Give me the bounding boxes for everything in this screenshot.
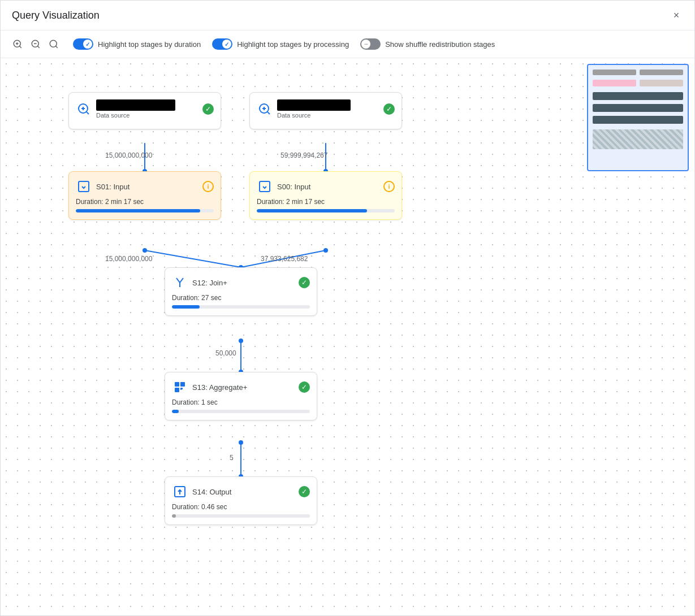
s14-header: S14: Output ✓ bbox=[172, 484, 310, 500]
datasource-left-icon bbox=[76, 101, 92, 117]
datasource-right-redacted bbox=[277, 99, 351, 111]
minimap-bar3 bbox=[593, 116, 683, 124]
svg-rect-37 bbox=[175, 388, 179, 392]
toggle-shuffle-minus-icon: − bbox=[364, 40, 368, 48]
count-s13: 5 bbox=[230, 454, 234, 462]
toggle-shuffle-knob: − bbox=[361, 40, 370, 49]
zoom-controls bbox=[10, 36, 62, 52]
minimap[interactable] bbox=[587, 64, 689, 171]
s12-duration: Duration: 27 sec bbox=[172, 294, 310, 302]
s14-progress-bar bbox=[172, 514, 176, 518]
count-ds-left: 15,000,000,000 bbox=[105, 151, 152, 159]
s01-duration: Duration: 2 min 17 sec bbox=[76, 198, 214, 206]
query-visualization-window: Query Visualization × bbox=[0, 0, 695, 616]
s12-node[interactable]: S12: Join+ ✓ Duration: 27 sec bbox=[165, 267, 317, 316]
s13-title: S13: Aggregate+ bbox=[192, 383, 294, 392]
datasource-right-type: Data source bbox=[277, 112, 379, 119]
s13-agg-icon bbox=[172, 379, 188, 395]
s14-progress-container bbox=[172, 514, 310, 518]
toggle-duration-label: Highlight top stages by duration bbox=[98, 40, 201, 49]
svg-line-29 bbox=[267, 112, 270, 114]
svg-point-20 bbox=[239, 339, 243, 343]
minimap-bar1 bbox=[593, 92, 683, 100]
s01-icon bbox=[76, 179, 92, 194]
title-bar: Query Visualization × bbox=[1, 1, 694, 31]
s13-status: ✓ bbox=[299, 381, 310, 393]
s14-title: S14: Output bbox=[192, 488, 294, 496]
count-s00: 37,933,625,682 bbox=[261, 255, 308, 263]
window-title: Query Visualization bbox=[12, 10, 100, 21]
toggle-shuffle: − Show shuffle redistribution stages bbox=[360, 38, 495, 50]
toggle-duration-knob: ✓ bbox=[83, 40, 92, 49]
zoom-out-button[interactable] bbox=[28, 36, 44, 52]
datasource-right-icon bbox=[257, 101, 273, 117]
s13-header: S13: Aggregate+ ✓ bbox=[172, 379, 310, 395]
toggle-processing-check-icon: ✓ bbox=[225, 41, 229, 47]
s00-title: S00: Input bbox=[277, 183, 379, 191]
s12-title: S12: Join+ bbox=[192, 279, 294, 287]
zoom-reset-button[interactable] bbox=[46, 36, 62, 52]
svg-point-18 bbox=[323, 248, 328, 253]
s00-progress-container bbox=[257, 209, 395, 212]
svg-line-25 bbox=[87, 112, 89, 114]
datasource-left-status: ✓ bbox=[202, 103, 214, 115]
toggle-shuffle-switch[interactable]: − bbox=[360, 38, 381, 50]
svg-line-1 bbox=[19, 46, 21, 47]
svg-line-11 bbox=[145, 250, 241, 267]
svg-rect-35 bbox=[175, 382, 179, 387]
minimap-second-row bbox=[593, 80, 683, 86]
s12-header: S12: Join+ ✓ bbox=[172, 275, 310, 290]
svg-rect-32 bbox=[79, 181, 89, 192]
s12-join-icon bbox=[172, 275, 188, 290]
toolbar: ✓ Highlight top stages by duration ✓ Hig… bbox=[1, 31, 694, 58]
minimap-tan bbox=[640, 80, 683, 86]
count-s12: 50,000 bbox=[215, 349, 236, 357]
datasource-left-type: Data source bbox=[96, 112, 198, 119]
toggle-shuffle-label: Show shuffle redistribution stages bbox=[385, 40, 495, 49]
datasource-right-node[interactable]: Data source ✓ bbox=[249, 92, 402, 129]
svg-line-5 bbox=[37, 46, 39, 47]
canvas-area: 15,000,000,000 59,999,994,267 15,000,000… bbox=[1, 58, 694, 615]
svg-rect-36 bbox=[180, 382, 185, 387]
s00-progress-bar bbox=[257, 209, 367, 212]
toggle-processing-label: Highlight top stages by processing bbox=[237, 40, 349, 49]
s00-node[interactable]: S00: Input i Duration: 2 min 17 sec bbox=[249, 171, 402, 220]
s14-status: ✓ bbox=[299, 486, 310, 497]
s13-node[interactable]: S13: Aggregate+ ✓ Duration: 1 sec bbox=[165, 372, 317, 420]
s01-progress-bar bbox=[76, 209, 200, 212]
s13-duration: Duration: 1 sec bbox=[172, 398, 310, 406]
s14-node[interactable]: S14: Output ✓ Duration: 0.46 sec bbox=[165, 476, 317, 525]
datasource-right-status: ✓ bbox=[383, 103, 395, 115]
s00-info-icon[interactable]: i bbox=[383, 181, 395, 192]
s00-duration: Duration: 2 min 17 sec bbox=[257, 198, 395, 206]
svg-point-17 bbox=[143, 248, 147, 253]
svg-point-7 bbox=[50, 40, 57, 47]
s01-info-icon[interactable]: i bbox=[202, 181, 214, 192]
toggle-duration-switch[interactable]: ✓ bbox=[73, 38, 93, 50]
minimap-bar2 bbox=[593, 104, 683, 112]
minimap-block-2 bbox=[640, 70, 683, 75]
datasource-left-redacted bbox=[96, 99, 175, 111]
minimap-pink bbox=[593, 80, 636, 86]
minimap-block-1 bbox=[593, 70, 636, 75]
svg-point-22 bbox=[239, 440, 243, 445]
s14-duration: Duration: 0.46 sec bbox=[172, 503, 310, 511]
count-s01: 15,000,000,000 bbox=[105, 255, 152, 263]
s13-progress-bar bbox=[172, 410, 179, 413]
s00-header: S00: Input i bbox=[257, 179, 395, 194]
s01-progress-container bbox=[76, 209, 214, 212]
datasource-left-node[interactable]: Data source ✓ bbox=[68, 92, 221, 129]
s12-progress-container bbox=[172, 305, 310, 309]
toggle-check-icon: ✓ bbox=[85, 41, 90, 47]
close-button[interactable]: × bbox=[670, 8, 683, 22]
datasource-left-header: Data source ✓ bbox=[76, 99, 214, 119]
s00-icon bbox=[257, 179, 273, 194]
s12-progress-bar bbox=[172, 305, 200, 309]
svg-rect-33 bbox=[260, 181, 270, 192]
zoom-in-button[interactable] bbox=[10, 36, 25, 52]
toggle-processing: ✓ Highlight top stages by processing bbox=[212, 38, 349, 50]
count-ds-right: 59,999,994,267 bbox=[280, 151, 327, 159]
toggle-duration: ✓ Highlight top stages by duration bbox=[73, 38, 201, 50]
toggle-processing-switch[interactable]: ✓ bbox=[212, 38, 232, 50]
s01-node[interactable]: S01: Input i Duration: 2 min 17 sec bbox=[68, 171, 221, 220]
